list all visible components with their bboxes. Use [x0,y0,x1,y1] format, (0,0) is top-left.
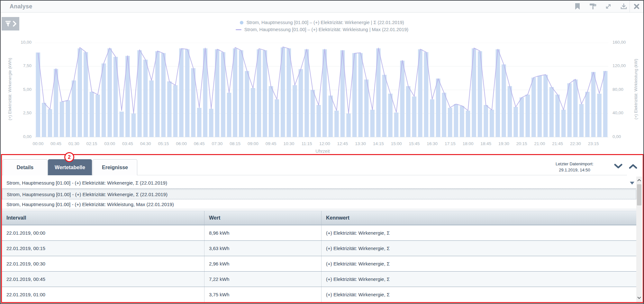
series-select[interactable]: Strom, Hauptmessung [01.00] - (+) Elektr… [2,177,636,189]
last-data-import: Letzter Datenimport: 29.1.2019, 14:50 [541,161,608,173]
value-cell: 2,96 kWh [204,256,321,271]
interval-cell: 22.01.2019, 00:00 [2,225,204,240]
close-icon[interactable] [632,2,641,11]
bar [132,114,136,137]
legend-item-wirkleistung[interactable]: Strom, Hauptmessung [01.00] – (+) Elektr… [236,27,408,32]
left-tick: 2,50 [13,110,32,115]
bar [60,102,64,137]
bar [549,87,554,137]
value-cell: 3,63 kWh [204,241,321,256]
bar [448,108,452,137]
table-row[interactable]: 22.01.2019, 00:457,22 kWh(+) Elektrizitä… [2,272,636,287]
bar [95,95,100,137]
bar [257,49,261,137]
column-header-kennwert[interactable]: Kennwert [321,211,636,225]
bar [102,64,106,137]
select-option[interactable]: Strom, Hauptmessung [01.00] - (+) Elektr… [2,189,636,199]
titlebar-actions [573,1,628,12]
table-row[interactable]: 22.01.2019, 01:003,75 kWh(+) Elektrizitä… [2,287,636,302]
bar [329,96,333,137]
paint-roller-icon[interactable] [589,2,597,11]
scroll-up-icon[interactable] [636,177,642,183]
bar [245,71,249,137]
bar [72,81,76,137]
table-row[interactable]: 22.01.2019, 00:153,63 kWh(+) Elektrizitä… [2,241,636,256]
bar [78,48,82,137]
bar [531,78,536,137]
bar [107,48,112,137]
bar [161,53,166,137]
left-axis-label: (+) Elektrizität: Wirkenergie (kWh) [7,35,12,144]
legend-label: Strom, Hauptmessung [01.00] – (+) Elektr… [244,27,408,32]
panel-collapse-up-button[interactable] [628,162,638,170]
bar [370,110,375,137]
bar [555,95,560,137]
bar [155,51,160,137]
column-header-wert[interactable]: Wert [204,211,321,225]
bar [304,49,309,137]
column-header-intervall[interactable]: Intervall [2,211,204,225]
select-option-label: Strom, Hauptmessung [01.00] - (+) Elektr… [7,192,168,197]
bar [454,104,458,137]
titlebar-divider [630,1,630,12]
analyse-window: Analyse [0,0,644,304]
select-option[interactable]: Strom, Hauptmessung [01.00] - (+) Elektr… [2,199,636,209]
left-tick: 0,00 [13,134,32,139]
bar [394,113,399,137]
bar [269,86,273,137]
kennwert-cell: (+) Elektrizität: Wirkenergie, Σ [321,241,636,256]
bar [508,86,512,137]
bar [358,53,363,137]
select-dropdown-arrow-icon[interactable] [630,182,634,185]
table-scrollbar[interactable] [636,177,642,302]
bar [382,75,387,137]
last-import-value: 29.1.2019, 14:50 [541,167,608,173]
bar [573,80,578,137]
bar [90,92,94,137]
left-tick: 10,00 [13,40,32,45]
scrollbar-thumb[interactable] [637,184,641,205]
kennwert-cell: (+) Elektrizität: Wirkenergie, Σ [321,256,636,271]
tab-ereignisse[interactable]: Ereignisse [93,159,137,175]
bar [466,111,470,137]
legend-label: Strom, Hauptmessung [01.00] – (+) Elektr… [246,20,404,25]
bar [167,82,172,137]
right-tick: 80,00 [612,87,631,92]
value-cell: 8,96 kWh [204,225,321,240]
left-tick: 5,00 [13,87,32,92]
panel-expand-down-button[interactable] [613,162,623,170]
bar [412,97,417,137]
bar [185,49,190,137]
legend-item-wirkenergie[interactable]: Strom, Hauptmessung [01.00] – (+) Elektr… [240,20,404,25]
bar [579,104,584,137]
bar [66,100,70,137]
expand-icon[interactable] [604,2,612,11]
chart-plot-area [35,43,608,138]
legend-line-icon [236,29,241,30]
scroll-down-icon[interactable] [636,295,642,301]
bar [233,48,237,137]
series-select-value: Strom, Hauptmessung [01.00] - (+) Elektr… [6,180,167,186]
bar [197,108,202,137]
table-row[interactable]: 22.01.2019, 00:008,96 kWh(+) Elektrizitä… [2,225,636,241]
chevron-down-icon [614,163,622,169]
bookmark-icon[interactable] [573,2,582,11]
bar [603,71,608,137]
download-icon[interactable] [620,2,628,11]
bar [227,93,231,137]
bar [275,99,279,137]
bar [179,48,184,137]
right-axis-label: (+) Elektrizität: Wirkleistung (kW) [633,35,638,144]
bar [525,95,530,137]
left-tick: 7,50 [13,63,32,68]
bar [221,52,225,137]
bar [520,98,524,137]
tab-details[interactable]: Details [3,159,48,175]
legend-dot-icon [240,21,243,24]
table-row[interactable]: 22.01.2019, 00:302,96 kWh(+) Elektrizitä… [2,256,636,272]
tab-wertetabelle[interactable]: Wertetabelle [48,159,92,175]
bar [388,94,393,137]
bar [513,107,518,137]
right-tick: 120,00 [612,63,631,68]
window-title: Analyse [10,3,32,10]
